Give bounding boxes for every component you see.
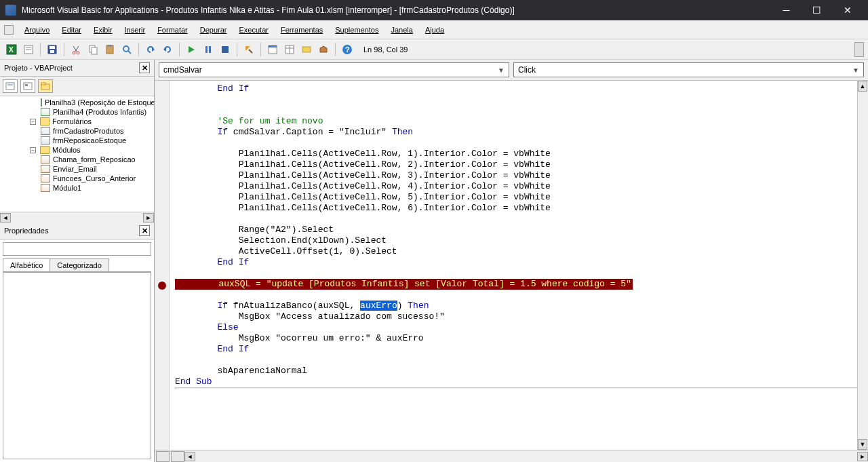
menu-editar[interactable]: Editar [56, 23, 87, 37]
project-explorer-button[interactable] [265, 42, 280, 57]
svg-line-25 [249, 50, 252, 53]
scroll-up-button[interactable]: ▲ [858, 81, 867, 92]
run-button[interactable] [184, 42, 199, 57]
project-panel-title: Projeto - VBAProject [4, 64, 73, 72]
svg-rect-39 [41, 83, 45, 85]
editor-horizontal-scrollbar[interactable]: ◄ ► [184, 452, 868, 461]
save-button[interactable] [45, 42, 60, 57]
break-button[interactable] [201, 42, 216, 57]
svg-text:X: X [9, 46, 14, 54]
tree-horizontal-scrollbar[interactable]: ◄ ► [0, 212, 154, 223]
copy-button[interactable] [85, 42, 100, 57]
tree-enviar[interactable]: Enviar_Email [0, 164, 154, 174]
properties-tab-categorized[interactable]: Categorizado [50, 258, 108, 271]
tree-frmcadastro[interactable]: frmCadastroProdutos [0, 126, 154, 136]
svg-rect-6 [50, 46, 55, 49]
toolbar-overflow[interactable] [854, 42, 864, 57]
menu-exibir[interactable]: Exibir [88, 23, 118, 37]
menu-janela[interactable]: Janela [386, 23, 418, 37]
scroll-right-button[interactable]: ► [857, 452, 868, 461]
tree-frmreposicao[interactable]: frmReposicaoEstoque [0, 136, 154, 145]
svg-rect-21 [205, 46, 208, 53]
menu-ferramentas[interactable]: Ferramentas [275, 23, 328, 37]
project-panel-close[interactable]: ✕ [139, 62, 150, 73]
svg-rect-13 [92, 47, 97, 54]
project-tree[interactable]: Planilha3 (Reposição de Estoque) Planilh… [0, 96, 154, 212]
scroll-left-button[interactable]: ◄ [184, 452, 195, 461]
menu-ajuda[interactable]: Ajuda [420, 23, 450, 37]
scroll-down-button[interactable]: ▼ [858, 439, 867, 450]
tree-planilha3[interactable]: Planilha3 (Reposição de Estoque) [0, 98, 154, 107]
find-button[interactable] [119, 42, 134, 57]
design-mode-button[interactable] [241, 42, 256, 57]
breakpoint-margin[interactable] [155, 81, 170, 450]
menu-executar[interactable]: Executar [234, 23, 274, 37]
chevron-down-icon: ▼ [852, 66, 859, 74]
view-code-button[interactable] [3, 79, 18, 93]
minimize-button[interactable]: ─ [771, 0, 802, 20]
menu-suplementos[interactable]: Suplementos [330, 23, 384, 37]
paste-button[interactable] [102, 42, 117, 57]
undo-button[interactable] [143, 42, 158, 57]
svg-rect-15 [108, 45, 112, 47]
cut-button[interactable] [68, 42, 83, 57]
properties-tab-alphabetic[interactable]: Alfabético [3, 258, 50, 271]
insert-menu-button[interactable] [21, 42, 36, 57]
menu-inserir[interactable]: Inserir [119, 23, 151, 37]
breakpoint-dot[interactable] [158, 282, 166, 290]
code-editor[interactable]: End If 'Se for um item novo If cmdSalvar… [170, 81, 857, 450]
tree-modulo1[interactable]: Módulo1 [0, 183, 154, 193]
menu-arquivo[interactable]: Arquivo [19, 23, 55, 37]
tree-funcoes[interactable]: Funcoes_Curso_Anterior [0, 174, 154, 183]
help-button[interactable]: ? [340, 42, 355, 57]
properties-grid[interactable] [3, 272, 151, 459]
svg-rect-31 [302, 47, 311, 52]
menubar: Arquivo Editar Exibir Inserir Formatar D… [0, 20, 868, 39]
toggle-folders-button[interactable] [38, 79, 53, 93]
properties-panel-close[interactable]: ✕ [139, 225, 150, 236]
menu-formatar[interactable]: Formatar [152, 23, 193, 37]
object-combo-value: cmdSalvar [163, 65, 202, 75]
full-module-view-button[interactable] [171, 451, 184, 462]
app-icon [5, 5, 16, 16]
object-combo[interactable]: cmdSalvar ▼ [159, 62, 509, 77]
toolbar: X ? Ln 98, Col 39 [0, 39, 868, 60]
maximize-button[interactable]: ☐ [802, 0, 832, 20]
svg-rect-23 [222, 46, 229, 53]
toolbox-button[interactable] [316, 42, 331, 57]
svg-rect-34 [6, 83, 14, 90]
view-excel-button[interactable]: X [4, 42, 19, 57]
window-title: Microsoft Visual Basic for Applications … [22, 5, 771, 15]
redo-button[interactable] [160, 42, 175, 57]
tree-chama[interactable]: Chama_form_Reposicao [0, 155, 154, 164]
svg-line-17 [128, 51, 131, 54]
menu-depurar[interactable]: Depurar [195, 23, 233, 37]
procedure-combo-value: Click [518, 65, 536, 75]
svg-point-11 [77, 52, 79, 54]
view-object-button[interactable] [20, 79, 35, 93]
tree-planilha4[interactable]: Planilha4 (Produtos Infantis) [0, 107, 154, 117]
selected-text: auxErro [360, 301, 397, 311]
tree-scroll-right[interactable]: ► [143, 213, 154, 223]
project-toolbar [0, 77, 154, 96]
svg-rect-7 [50, 50, 54, 53]
properties-panel-header: Propriedades ✕ [0, 223, 154, 239]
child-window-icon [4, 25, 14, 35]
cursor-position: Ln 98, Col 39 [363, 45, 408, 54]
tree-scroll-left[interactable]: ◄ [0, 213, 11, 223]
procedure-combo[interactable]: Click ▼ [513, 62, 864, 77]
properties-window-button[interactable] [282, 42, 297, 57]
tree-formularios[interactable]: −Formulários [0, 117, 154, 126]
close-button[interactable]: ✕ [832, 0, 863, 20]
properties-object-dropdown[interactable] [3, 242, 151, 256]
object-browser-button[interactable] [299, 42, 314, 57]
svg-rect-22 [209, 46, 211, 53]
tree-modulos[interactable]: −Módulos [0, 145, 154, 155]
project-panel-header: Projeto - VBAProject ✕ [0, 60, 154, 77]
procedure-view-button[interactable] [156, 451, 170, 462]
chevron-down-icon: ▼ [498, 66, 505, 74]
titlebar: Microsoft Visual Basic for Applications … [0, 0, 868, 20]
reset-button[interactable] [218, 42, 233, 57]
svg-point-16 [123, 46, 129, 52]
editor-vertical-scrollbar[interactable]: ▲ ▼ [857, 81, 868, 450]
